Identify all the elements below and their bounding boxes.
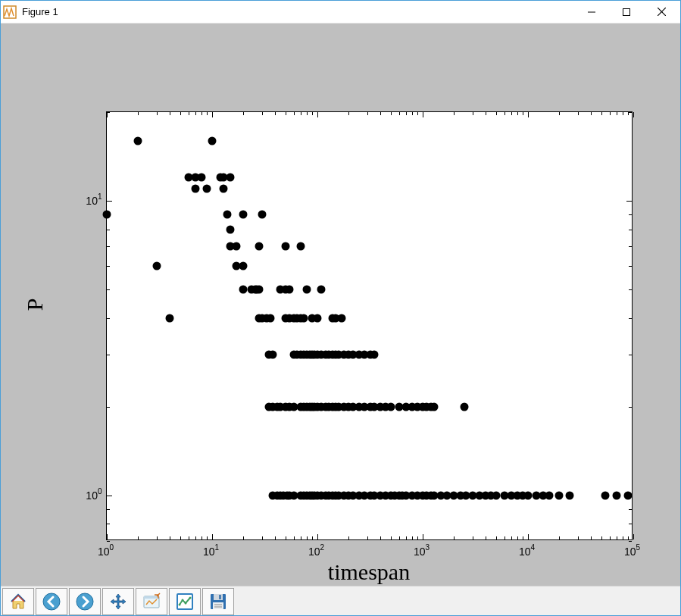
x-tick-label: 102 bbox=[308, 544, 324, 558]
data-point bbox=[102, 210, 111, 218]
data-point bbox=[281, 242, 289, 251]
data-point bbox=[430, 402, 439, 411]
svg-rect-15 bbox=[214, 594, 223, 600]
data-point bbox=[601, 491, 610, 499]
data-point bbox=[313, 314, 321, 322]
save-button[interactable] bbox=[202, 588, 234, 615]
data-point bbox=[337, 314, 345, 322]
svg-rect-8 bbox=[144, 596, 159, 599]
x-axis-label: timespan bbox=[106, 559, 633, 585]
figure-canvas[interactable]: P timespan 100101102103104105100101 bbox=[1, 23, 680, 586]
plot-area[interactable] bbox=[106, 111, 633, 540]
data-point bbox=[223, 210, 231, 218]
data-point bbox=[208, 136, 216, 145]
maximize-button[interactable] bbox=[609, 1, 644, 23]
svg-rect-16 bbox=[219, 595, 221, 599]
data-point bbox=[226, 225, 234, 233]
close-button[interactable] bbox=[644, 1, 679, 23]
data-point bbox=[255, 242, 263, 251]
svg-rect-2 bbox=[623, 8, 630, 15]
data-point bbox=[258, 210, 266, 218]
home-button[interactable] bbox=[2, 588, 34, 615]
window-title: Figure 1 bbox=[22, 6, 58, 17]
x-tick-label: 104 bbox=[519, 544, 535, 558]
data-point bbox=[296, 242, 305, 251]
data-point bbox=[226, 174, 234, 182]
x-tick-label: 100 bbox=[98, 544, 114, 558]
data-point bbox=[370, 351, 379, 359]
data-point bbox=[266, 314, 274, 322]
data-point bbox=[303, 286, 311, 294]
x-tick-label: 101 bbox=[203, 544, 219, 558]
forward-button[interactable] bbox=[69, 588, 101, 615]
data-point bbox=[166, 314, 174, 322]
data-point bbox=[239, 210, 248, 218]
pan-button[interactable] bbox=[102, 588, 134, 615]
data-point bbox=[300, 314, 308, 322]
data-point bbox=[191, 184, 199, 192]
data-point bbox=[203, 184, 211, 192]
data-point bbox=[269, 351, 277, 359]
data-point bbox=[545, 491, 553, 499]
x-tick-label: 105 bbox=[624, 544, 640, 558]
data-point bbox=[220, 184, 228, 192]
data-point bbox=[239, 286, 248, 294]
data-point bbox=[232, 242, 240, 251]
x-tick-label: 103 bbox=[414, 544, 430, 558]
svg-point-12 bbox=[185, 602, 187, 604]
data-point bbox=[460, 402, 468, 411]
svg-point-5 bbox=[43, 593, 60, 610]
data-point bbox=[624, 491, 633, 499]
svg-point-10 bbox=[179, 603, 181, 605]
back-button[interactable] bbox=[36, 588, 67, 615]
data-point bbox=[492, 491, 500, 499]
data-point bbox=[386, 402, 395, 411]
data-point bbox=[239, 262, 248, 270]
data-point bbox=[612, 491, 620, 499]
data-point bbox=[286, 286, 294, 294]
svg-point-13 bbox=[189, 596, 192, 599]
data-point bbox=[198, 174, 206, 182]
y-tick-label: 100 bbox=[77, 488, 102, 502]
data-point bbox=[255, 286, 263, 294]
svg-point-11 bbox=[182, 599, 184, 601]
svg-point-6 bbox=[77, 593, 93, 610]
subplots-button[interactable] bbox=[169, 588, 201, 615]
y-axis-label: P bbox=[22, 299, 48, 311]
titlebar: Figure 1 bbox=[1, 1, 680, 23]
minimize-button[interactable] bbox=[574, 1, 609, 23]
toolbar bbox=[1, 586, 680, 616]
data-point bbox=[134, 136, 142, 145]
app-icon bbox=[2, 5, 17, 20]
zoom-button[interactable] bbox=[136, 588, 167, 615]
data-point bbox=[152, 262, 161, 270]
data-point bbox=[565, 491, 573, 499]
data-point bbox=[317, 286, 326, 294]
data-point bbox=[523, 491, 532, 499]
y-tick-label: 101 bbox=[77, 193, 102, 207]
svg-rect-17 bbox=[213, 602, 223, 609]
data-point bbox=[555, 491, 564, 499]
